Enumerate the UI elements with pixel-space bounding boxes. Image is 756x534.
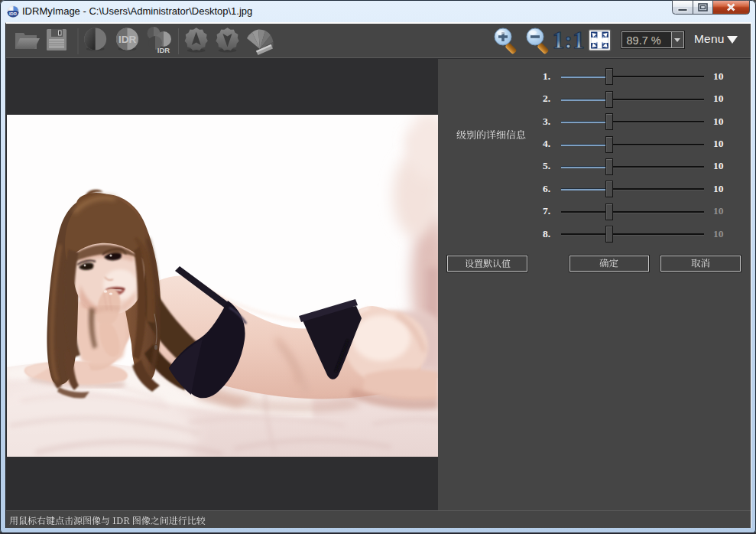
svg-text:IDR: IDR bbox=[9, 11, 18, 16]
svg-text:IDR: IDR bbox=[118, 34, 137, 45]
svg-text:1:1: 1:1 bbox=[552, 26, 585, 54]
svg-text:IDR: IDR bbox=[157, 46, 170, 54]
